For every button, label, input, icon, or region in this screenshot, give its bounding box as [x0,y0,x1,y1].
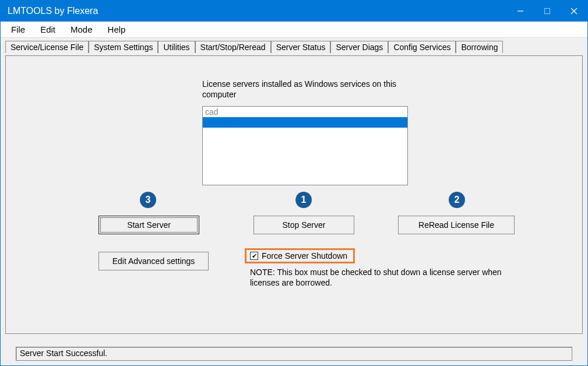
tab-config-services[interactable]: Config Services [388,41,456,53]
minimize-icon [517,8,524,15]
tab-server-diags[interactable]: Server Diags [330,41,388,53]
svg-rect-1 [545,9,550,14]
app-window: LMTOOLS by Flexera File Edit Mode Help S… [0,0,588,366]
force-shutdown-checkbox[interactable]: ✔ [250,252,258,260]
close-icon [571,8,578,15]
tab-system-settings[interactable]: System Settings [89,41,158,53]
edit-advanced-settings-button[interactable]: Edit Advanced settings [98,252,209,270]
list-item[interactable]: ZWSOFT [203,117,407,128]
license-servers-label: License servers installed as Windows ser… [202,79,424,100]
tab-strip: Service/License File System Settings Uti… [5,40,583,55]
client-area: Service/License File System Settings Uti… [1,38,587,365]
window-title: LMTOOLS by Flexera [8,6,507,16]
statusbar: Server Start Successful. [5,347,583,361]
tab-borrowing[interactable]: Borrowing [456,41,503,53]
start-server-button[interactable]: Start Server [98,216,199,234]
menu-mode[interactable]: Mode [64,23,100,36]
close-button[interactable] [561,1,587,22]
list-item[interactable]: cad [203,107,407,117]
annotation-badge-1: 1 [295,192,312,208]
tab-start-stop-reread[interactable]: Start/Stop/Reread [195,41,271,53]
force-shutdown-label: Force Server Shutdown [262,251,347,261]
annotation-badge-3: 3 [140,192,156,208]
window-controls [507,1,587,22]
stop-server-button[interactable]: Stop Server [253,216,354,234]
tab-server-status[interactable]: Server Status [271,41,331,53]
tab-panel: License servers installed as Windows ser… [5,55,583,334]
tab-utilities[interactable]: Utilities [158,41,195,53]
maximize-button[interactable] [534,1,561,22]
force-shutdown-note: NOTE: This box must be checked to shut d… [250,267,530,288]
menu-help[interactable]: Help [101,23,133,36]
check-icon: ✔ [252,253,257,259]
menu-edit[interactable]: Edit [33,23,62,36]
status-text: Server Start Successful. [16,347,572,361]
force-shutdown-highlight: ✔ Force Server Shutdown [245,248,355,263]
maximize-icon [544,8,551,15]
license-servers-listbox[interactable]: cad ZWSOFT [202,106,408,185]
menubar: File Edit Mode Help [1,22,587,38]
tab-service-license[interactable]: Service/License File [5,41,89,53]
reread-license-button[interactable]: ReRead License File [398,216,515,234]
menu-file[interactable]: File [4,23,32,36]
minimize-button[interactable] [507,1,534,22]
annotation-badge-2: 2 [449,192,465,208]
titlebar: LMTOOLS by Flexera [1,1,587,22]
